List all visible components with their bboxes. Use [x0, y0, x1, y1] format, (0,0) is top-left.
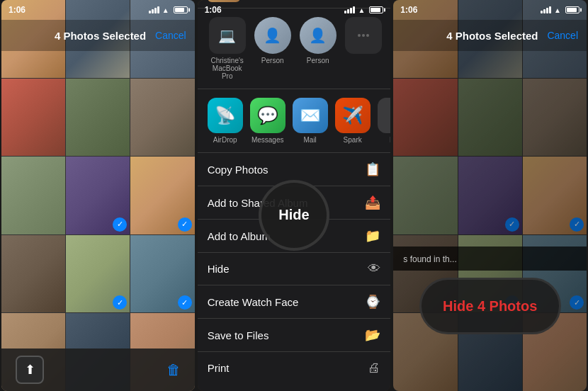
more-app-label: D... [390, 136, 390, 144]
delete-button[interactable]: 🗑 [166, 362, 181, 378]
hide-icon: 👁 [368, 261, 380, 276]
photo-cell[interactable] [130, 79, 194, 157]
battery-icon [369, 6, 383, 13]
photo-cell[interactable] [66, 79, 130, 157]
hide4-overlay[interactable]: Hide 4 Photos [419, 278, 561, 334]
photo-cell[interactable] [1, 79, 65, 157]
share-app-spark[interactable]: ✈️ Spark [335, 98, 371, 144]
airdrop-more-icon [345, 17, 382, 54]
photo-cell[interactable]: ✓ [66, 235, 130, 313]
hide-circle[interactable]: Hide [259, 180, 329, 251]
mail-app-label: Mail [304, 136, 317, 144]
photo-cell [393, 157, 457, 234]
create-watch-face-icon: ⌚ [365, 294, 380, 310]
right-cancel-button[interactable]: Cancel [547, 30, 578, 41]
photo-cell[interactable]: ✓ [130, 235, 194, 313]
status-bar: 1:06 ▲ [1, 0, 195, 20]
photo-grid-left: ✓ ✓ ✓ ✓ [1, 0, 195, 391]
status-time-mid: 1:06 [205, 5, 222, 15]
share-app-mail[interactable]: ✉️ Mail [293, 98, 328, 144]
macbook-icon: 💻 [209, 17, 246, 54]
hide-action[interactable]: Hide 👁 [198, 253, 391, 285]
wifi-icon: ▲ [358, 6, 365, 14]
hide4-label: Hide 4 Photos [443, 298, 537, 314]
share-app-messages[interactable]: 💬 Messages [250, 98, 285, 144]
create-watch-face-action[interactable]: Create Watch Face ⌚ [198, 285, 391, 319]
airdrop-app-icon: 📡 [208, 98, 243, 133]
copy-photos-label: Copy Photos [208, 164, 357, 176]
found-banner: s found in th... [393, 246, 587, 271]
person-label-1: Person [261, 57, 284, 64]
macbook-label: Christine's MacBook Pro [208, 57, 247, 80]
person-avatar-1: 👤 [254, 17, 291, 54]
left-toolbar: ⬆ 🗑 [1, 348, 195, 391]
print-label: Print [208, 362, 360, 374]
signal-bars-icon [149, 6, 159, 13]
selected-check: ✓ [178, 217, 192, 232]
wifi-icon: ▲ [554, 6, 561, 14]
status-time-right: 1:06 [400, 5, 417, 15]
photo-cell [393, 79, 457, 157]
signal-bars-icon [344, 6, 355, 13]
status-bar-mid: 1:06 ▲ [198, 0, 391, 20]
selected-check: ✓ [570, 217, 584, 232]
right-panel: ✓ ✓ ✓ ✓ 1:06 ▲ [393, 0, 587, 391]
status-indicators-mid: ▲ [344, 6, 383, 14]
airdrop-person-2[interactable]: 👤 Person [298, 17, 338, 80]
right-header: 4 Photos Selected Cancel [393, 20, 587, 51]
right-selected-title: 4 Photos Selected [437, 30, 547, 42]
person-label-2: Person [307, 57, 329, 64]
add-shared-album-icon: 📤 [365, 195, 380, 210]
photo-cell: ✓ [458, 157, 522, 234]
share-app-more[interactable]: ··· D... [378, 98, 391, 144]
cancel-button[interactable]: Cancel [155, 30, 186, 41]
selected-check: ✓ [113, 295, 127, 310]
messages-app-icon: 💬 [250, 98, 285, 133]
create-watch-face-label: Create Watch Face [208, 296, 357, 308]
photo-cell[interactable]: ✓ [130, 157, 194, 234]
selected-count-title: 4 Photos Selected [45, 30, 155, 42]
airdrop-device-macbook[interactable]: 💻 Christine's MacBook Pro [208, 17, 247, 80]
battery-icon [174, 6, 188, 13]
battery-icon [565, 6, 579, 13]
status-time: 1:06 [9, 5, 26, 15]
save-to-files-label: Save to Files [208, 329, 357, 341]
share-icon: ⬆ [25, 362, 35, 378]
messages-app-label: Messages [251, 136, 284, 144]
spark-app-label: Spark [344, 136, 362, 144]
selected-check: ✓ [178, 295, 192, 310]
photo-cell[interactable]: ✓ [66, 157, 130, 234]
person-avatar-3: 👤 [390, 17, 391, 54]
hide-circle-label: Hide [278, 207, 309, 223]
photo-cell: ✓ [523, 157, 587, 234]
left-header: 4 Photos Selected Cancel [1, 20, 195, 51]
save-to-files-icon: 📂 [365, 327, 380, 343]
hide-label: Hide [208, 263, 360, 275]
status-indicators-right: ▲ [541, 6, 579, 14]
print-icon: 🖨 [368, 361, 380, 375]
selected-check: ✓ [113, 217, 127, 232]
person-avatar-2: 👤 [300, 17, 337, 54]
print-action[interactable]: Print 🖨 [198, 352, 391, 384]
airdrop-person-1[interactable]: 👤 Person [253, 17, 293, 80]
found-text: s found in th... [403, 254, 456, 264]
airdrop-app-label: AirDrop [213, 136, 237, 144]
selected-check: ✓ [505, 217, 519, 232]
save-to-files-action[interactable]: Save to Files 📂 [198, 319, 391, 352]
share-app-airdrop[interactable]: 📡 AirDrop [208, 98, 243, 144]
share-apps-row: 📡 AirDrop 💬 Messages ✉️ Mail ✈️ Spark ··… [198, 89, 391, 153]
copy-photos-icon: 📋 [365, 162, 380, 177]
airdrop-devices-row: 💻 Christine's MacBook Pro 👤 Person 👤 Per… [198, 8, 391, 89]
selected-check: ✓ [570, 295, 584, 310]
share-button[interactable]: ⬆ [16, 356, 44, 384]
photo-cell[interactable] [1, 235, 65, 313]
photo-cell[interactable] [1, 157, 65, 234]
airdrop-dots[interactable] [344, 17, 383, 80]
more-app-icon: ··· [378, 98, 391, 133]
status-bar-right: 1:06 ▲ [393, 0, 587, 20]
photo-cell [458, 79, 522, 157]
status-indicators: ▲ [149, 6, 188, 14]
airdrop-person-3[interactable]: 👤 Person [389, 17, 391, 80]
mail-app-icon: ✉️ [293, 98, 328, 133]
wifi-icon: ▲ [162, 6, 169, 14]
